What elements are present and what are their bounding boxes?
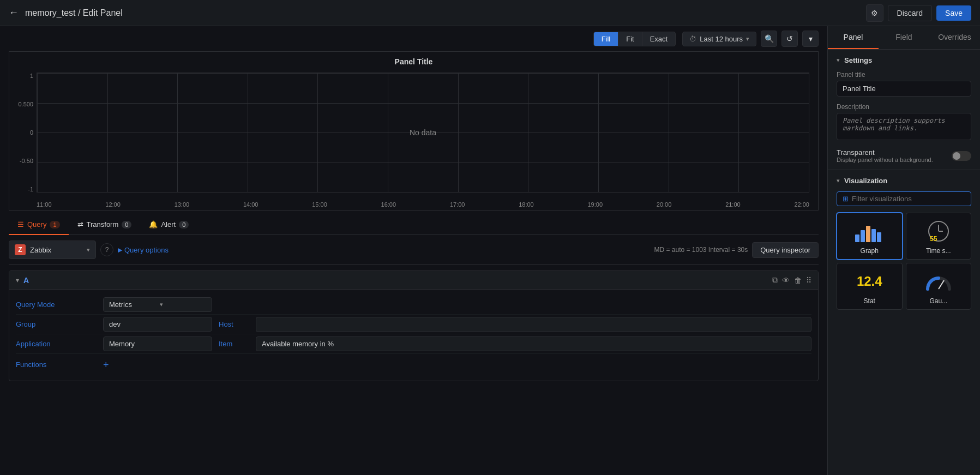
refresh-button[interactable]: ↺: [781, 31, 798, 47]
panel-title-input[interactable]: [837, 81, 971, 97]
grid-v-12: [809, 73, 809, 192]
query-block-actions: ⧉ 👁 🗑 ⠿: [772, 275, 811, 285]
query-block-header: ▾ A ⧉ 👁 🗑 ⠿: [9, 271, 818, 290]
viz-card-gauge[interactable]: Gau...: [906, 263, 972, 310]
x-label-22: 22:00: [794, 201, 809, 208]
time-icon: 55: [922, 218, 955, 245]
back-button[interactable]: ←: [9, 7, 19, 19]
zoom-out-button[interactable]: 🔍: [761, 31, 777, 47]
svg-text:55: 55: [930, 235, 937, 243]
no-data-label: No data: [410, 128, 436, 137]
viz-card-graph-label: Graph: [861, 247, 879, 255]
y-label-n05: -0.50: [20, 158, 33, 164]
application-label: Application: [16, 336, 103, 351]
y-label-n1: -1: [28, 186, 33, 193]
tab-transform[interactable]: ⇄ Transform 0: [69, 215, 141, 235]
chevron-right-icon: ▶: [118, 246, 122, 254]
panel-title-group: Panel title: [837, 71, 971, 97]
tab-query[interactable]: ☰ Query 1: [9, 215, 69, 235]
query-mode-label: Query Mode: [16, 297, 103, 312]
save-button[interactable]: Save: [936, 5, 971, 21]
panel-title-label: Panel title: [837, 71, 971, 79]
x-label-13: 13:00: [175, 201, 190, 208]
viz-title: Visualization: [844, 177, 887, 185]
datasource-select[interactable]: Z Zabbix ▾: [9, 240, 96, 259]
trash-icon[interactable]: 🗑: [794, 276, 802, 285]
settings-header: ▾ Settings: [837, 56, 971, 64]
fit-button[interactable]: Fit: [618, 32, 642, 46]
functions-row: Functions +: [16, 354, 811, 375]
application-item-row: Application Item: [16, 334, 811, 354]
viz-card-stat-label: Stat: [864, 297, 875, 305]
eye-icon[interactable]: 👁: [782, 276, 790, 285]
right-tab-panel[interactable]: Panel: [828, 26, 879, 49]
item-col: Item: [219, 336, 811, 351]
grid-h-5: [37, 192, 809, 193]
y-label-1: 1: [30, 73, 33, 79]
y-label-0: 0: [30, 129, 33, 136]
transparent-toggle[interactable]: [952, 151, 971, 161]
stat-number: 12.4: [857, 274, 882, 289]
description-group: Description Panel description supports m…: [837, 103, 971, 142]
transform-badge: 0: [122, 221, 131, 229]
viz-search-input[interactable]: [852, 195, 965, 203]
query-mode-select[interactable]: Metrics ▾: [103, 297, 212, 312]
query-inspector-button[interactable]: Query inspector: [752, 242, 819, 258]
grid-v-10: [669, 73, 669, 192]
host-col: Host: [219, 317, 811, 332]
discard-button[interactable]: Discard: [888, 5, 932, 21]
x-axis-labels: 11:00 12:00 13:00 14:00 15:00 16:00 17:0…: [37, 201, 809, 208]
group-input[interactable]: [103, 317, 212, 332]
group-label: Group: [16, 317, 103, 332]
query-mode-value: Metrics: [109, 300, 155, 309]
tab-alert[interactable]: 🔔 Alert 0: [140, 215, 197, 235]
viz-collapse-icon[interactable]: ▾: [837, 177, 840, 184]
datasource-info-button[interactable]: ?: [100, 243, 113, 256]
transparent-info: Transparent Display panel without a back…: [837, 148, 933, 163]
add-function-button[interactable]: +: [103, 360, 109, 370]
chart-area: Panel Title 1 0.500 0 -0.50 -1: [9, 51, 819, 211]
query-icon: ☰: [17, 220, 24, 229]
drag-handle-icon[interactable]: ⠿: [806, 276, 811, 285]
viz-card-time-label: Time s...: [926, 247, 951, 255]
grid-v-1: [37, 73, 38, 192]
grid-h-2: [37, 103, 809, 104]
collapse-icon[interactable]: ▾: [16, 276, 19, 284]
item-input[interactable]: [256, 336, 811, 351]
duplicate-icon[interactable]: ⧉: [772, 275, 778, 285]
time-range-picker[interactable]: ⏱ Last 12 hours ▾: [682, 32, 756, 46]
alert-badge: 0: [179, 221, 189, 229]
exact-button[interactable]: Exact: [642, 32, 676, 46]
svg-rect-4: [877, 232, 881, 242]
fill-button[interactable]: Fill: [594, 32, 619, 46]
y-axis-labels: 1 0.500 0 -0.50 -1: [9, 73, 37, 193]
time-range-label: Last 12 hours: [700, 35, 743, 43]
application-input[interactable]: [103, 336, 212, 351]
description-textarea[interactable]: Panel description supports markdown and …: [837, 113, 971, 140]
viz-card-graph[interactable]: Graph: [837, 213, 903, 260]
right-tabs: Panel Field Overrides: [828, 26, 980, 50]
x-label-19: 19:00: [588, 201, 603, 208]
gauge-icon: [922, 268, 955, 295]
viz-search: ⊞: [837, 191, 971, 206]
query-options-button[interactable]: ▶ Query options: [118, 246, 169, 254]
grid-v-8: [528, 73, 528, 192]
viz-card-stat[interactable]: 12.4 Stat: [837, 263, 903, 310]
x-label-15: 15:00: [312, 201, 327, 208]
x-label-14: 14:00: [243, 201, 258, 208]
x-label-17: 17:00: [450, 201, 465, 208]
grid-v-3: [177, 73, 178, 192]
chart-container: 1 0.500 0 -0.50 -1: [9, 68, 818, 210]
host-input[interactable]: [256, 317, 811, 332]
query-block-label: A: [23, 276, 29, 285]
more-options-button[interactable]: ▾: [802, 31, 819, 47]
settings-collapse-icon[interactable]: ▾: [837, 57, 840, 64]
settings-icon-button[interactable]: ⚙: [866, 4, 883, 22]
grid-h-1: [37, 73, 809, 74]
left-panel: Fill Fit Exact ⏱ Last 12 hours ▾ 🔍 ↺ ▾ P…: [0, 26, 827, 475]
host-label: Host: [219, 320, 251, 328]
right-tab-overrides[interactable]: Overrides: [929, 26, 980, 49]
page-title: memory_test / Edit Panel: [25, 8, 123, 18]
right-tab-field[interactable]: Field: [879, 26, 929, 49]
viz-card-time[interactable]: 55 Time s...: [906, 213, 972, 260]
